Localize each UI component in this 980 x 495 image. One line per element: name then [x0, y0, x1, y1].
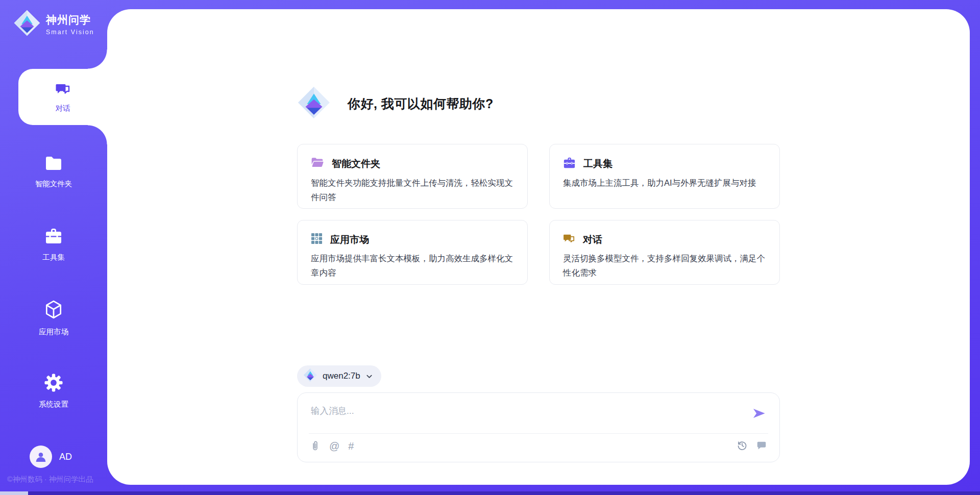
user-profile[interactable]: AD: [30, 445, 72, 468]
mention-icon[interactable]: @: [329, 440, 339, 452]
message-input[interactable]: [311, 402, 744, 419]
composer-area: qwen2:7b: [297, 365, 780, 462]
card-title: 对话: [583, 233, 602, 246]
model-name: qwen2:7b: [323, 371, 360, 381]
main-panel: 你好, 我可以如何帮助你? 智能文件夹: [107, 9, 970, 485]
history-icon[interactable]: [737, 440, 748, 451]
hashtag-icon[interactable]: #: [348, 440, 354, 452]
model-logo-icon: [303, 368, 317, 384]
card-chat[interactable]: 对话 灵活切换多模型文件，支持多样回复效果调试，满足个性化需求: [549, 220, 780, 285]
sidebar-item-app-market[interactable]: 应用市场: [0, 300, 107, 337]
card-app-market[interactable]: 应用市场 应用市场提供丰富长文本模板，助力高效生成多样化文章内容: [297, 220, 528, 285]
copyright-text: ©神州数码 · 神州问学出品: [7, 475, 93, 484]
gear-icon: [44, 373, 63, 394]
sidebar-item-smart-folder[interactable]: 智能文件夹: [0, 155, 107, 189]
card-description: 灵活切换多模型文件，支持多样回复效果调试，满足个性化需求: [563, 251, 766, 280]
brand-logo-icon: [13, 9, 41, 39]
card-description: 应用市场提供丰富长文本模板，助力高效生成多样化文章内容: [311, 251, 514, 280]
attachment-icon[interactable]: [310, 440, 321, 452]
sidebar-item-settings[interactable]: 系统设置: [0, 373, 107, 409]
model-selector[interactable]: qwen2:7b: [297, 365, 381, 387]
message-input-box: @ #: [297, 392, 780, 462]
briefcase-icon: [563, 157, 576, 171]
chat-icon: [563, 233, 575, 246]
avatar: [30, 445, 52, 468]
assistant-logo-icon: [297, 86, 331, 121]
card-smart-folder[interactable]: 智能文件夹 智能文件夹功能支持批量文件上传与清洗，轻松实现文件问答: [297, 144, 528, 209]
sidebar: 神州问学 Smart Vision 对话 智能文件夹: [0, 0, 107, 495]
greeting-title: 你好, 我可以如何帮助你?: [348, 95, 494, 112]
sidebar-item-label: 对话: [56, 104, 70, 113]
briefcase-icon: [44, 227, 63, 247]
brand-subtitle: Smart Vision: [46, 29, 94, 36]
sidebar-item-toolset[interactable]: 工具集: [0, 227, 107, 262]
folder-icon: [44, 155, 63, 174]
sidebar-item-label: 工具集: [42, 253, 65, 262]
card-description: 集成市场上主流工具，助力AI与外界无缝扩展与对接: [563, 176, 766, 190]
screen-edge-strip: [0, 491, 980, 495]
cube-icon: [44, 300, 63, 322]
card-description: 智能文件夹功能支持批量文件上传与清洗，轻松实现文件问答: [311, 176, 514, 204]
feature-cards: 智能文件夹 智能文件夹功能支持批量文件上传与清洗，轻松实现文件问答: [297, 144, 780, 285]
chat-bubble-icon[interactable]: [756, 440, 767, 451]
grid-icon: [311, 233, 323, 246]
app-window: 神州问学 Smart Vision 对话 智能文件夹: [0, 0, 980, 495]
sidebar-item-label: 系统设置: [39, 400, 68, 409]
sidebar-item-label: 智能文件夹: [35, 179, 72, 189]
card-toolset[interactable]: 工具集 集成市场上主流工具，助力AI与外界无缝扩展与对接: [549, 144, 780, 209]
chevron-down-icon: [365, 373, 373, 380]
sidebar-item-chat[interactable]: 对话: [18, 69, 107, 125]
folder-open-icon: [311, 157, 324, 171]
card-title: 智能文件夹: [332, 157, 380, 170]
sidebar-item-label: 应用市场: [39, 327, 68, 337]
chat-icon: [55, 81, 71, 100]
brand-name: 神州问学: [46, 13, 94, 27]
input-divider: [309, 433, 768, 434]
tab-curve-bottom: [88, 125, 107, 144]
greeting: 你好, 我可以如何帮助你?: [297, 86, 780, 121]
card-title: 工具集: [583, 157, 612, 170]
brand: 神州问学 Smart Vision: [13, 9, 94, 39]
screen-edge-strip-left: [0, 491, 28, 495]
tab-curve-top: [88, 50, 107, 69]
user-initials: AD: [59, 452, 72, 462]
card-title: 应用市场: [330, 233, 369, 246]
send-icon[interactable]: [752, 406, 766, 420]
